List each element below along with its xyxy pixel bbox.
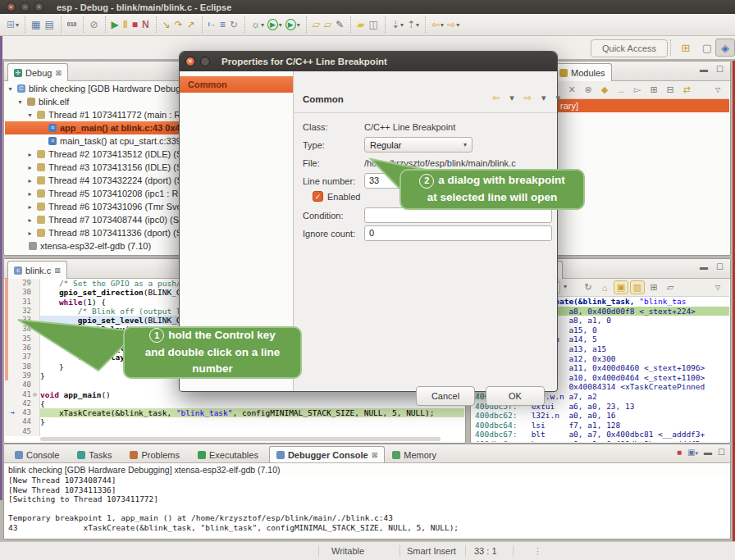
remove-all-modules[interactable]: ⊗	[581, 83, 596, 97]
next-annotation[interactable]: ⇣▾	[390, 16, 405, 33]
collapse-all[interactable]: ⊟	[663, 83, 678, 97]
line-number[interactable]: 41	[16, 390, 31, 399]
back-history[interactable]: ⇦▾	[430, 16, 445, 33]
ok-button[interactable]: OK	[486, 386, 545, 406]
tree-toggle-icon[interactable]: ▸	[26, 151, 34, 158]
new-wizard[interactable]: ⊞▾	[5, 16, 21, 33]
instruction-stepping[interactable]: i→	[207, 16, 218, 33]
quick-access-button[interactable]: Quick Access	[591, 39, 668, 57]
load-symbols-all[interactable]: →	[614, 83, 628, 97]
tree-toggle-icon[interactable]: ▾	[16, 98, 24, 106]
fold-icon[interactable]: ⊖	[31, 390, 39, 399]
remove-module[interactable]: ✕	[564, 83, 579, 97]
step-over[interactable]: ↷	[173, 16, 185, 33]
back-arrow-icon[interactable]: ⇦	[492, 93, 500, 103]
line-number[interactable]: 44	[16, 417, 31, 426]
run[interactable]: ▶▾	[266, 16, 284, 33]
line-number[interactable]: 43	[16, 408, 31, 417]
line-number[interactable]: 42	[16, 399, 31, 408]
tab-blink-c[interactable]: c blink.c ⊠	[7, 261, 67, 279]
dropdown-arrow-icon[interactable]: ▾	[261, 21, 264, 29]
perspective-debug-button[interactable]: ◈	[715, 39, 735, 57]
dropdown-arrow-icon[interactable]: ▾	[279, 21, 282, 29]
toggle-block[interactable]: ◫	[368, 16, 381, 33]
minimize-view-icon[interactable]: ▬	[700, 65, 708, 74]
open-folder[interactable]: ▱	[322, 16, 334, 33]
tree-toggle-icon[interactable]: ▸	[26, 230, 34, 237]
code-line[interactable]: → 43 xTaskCreate(&blink_task, "blink_tas…	[5, 408, 464, 417]
editor-gutter[interactable]: 31	[5, 298, 40, 307]
view-menu-icon[interactable]: ▽	[710, 280, 725, 294]
editor-gutter[interactable]: 44	[5, 417, 40, 426]
tree-toggle-icon[interactable]: ▾	[26, 112, 34, 119]
expand-all[interactable]: ⊞	[646, 83, 661, 97]
code-line[interactable]: 45	[5, 427, 464, 436]
disassembly-line[interactable]: 400dbc6a: bnone a0, a1, 0x400dbc9b <__ad…	[475, 439, 729, 442]
console-tab[interactable]: Problems	[122, 446, 189, 462]
editor-gutter[interactable]: 30	[5, 288, 40, 297]
editor-gutter[interactable]: 29	[5, 279, 40, 288]
open-task-folder[interactable]: ▱	[311, 16, 322, 33]
forward-arrow-icon[interactable]: ⇨	[524, 93, 532, 103]
run-configurations[interactable]: ▶▾	[284, 16, 302, 33]
mark-occurrences[interactable]: ▰	[355, 16, 367, 33]
perspective-cpp-button[interactable]: ▢	[697, 39, 717, 57]
editor-gutter[interactable]: 41 ⊖	[5, 390, 40, 399]
sidebar-item-common[interactable]: Common	[180, 76, 293, 93]
code-line[interactable]: 42 {	[5, 399, 464, 408]
console-tab[interactable]: Tasks	[70, 446, 122, 462]
terminate-console[interactable]: ■	[677, 447, 682, 457]
enabled-checkbox[interactable]: ✓	[313, 191, 323, 202]
home[interactable]: ⌂	[597, 280, 612, 294]
step-into[interactable]: ↘	[161, 16, 173, 33]
code-line[interactable]: 44 }	[5, 417, 464, 426]
type-dropdown[interactable]: Regular ▾	[364, 137, 472, 153]
ignore-count-input[interactable]: 0	[364, 225, 552, 241]
use-step-filters[interactable]: ≡	[218, 16, 228, 33]
show-source[interactable]: ▥	[630, 280, 645, 294]
restart[interactable]: ↻	[228, 16, 240, 33]
forward-history[interactable]: ⇨▾	[445, 16, 461, 33]
suspend[interactable]: ‖	[121, 16, 130, 33]
dialog-close-button[interactable]: ✕	[185, 57, 195, 66]
save-all[interactable]: ▤	[43, 16, 56, 33]
fold-icon[interactable]	[31, 298, 39, 307]
select-arrow[interactable]: ▻	[630, 83, 645, 97]
back-menu-icon[interactable]: ▾	[509, 93, 514, 103]
location-dropdown-icon[interactable]: ▾	[564, 283, 567, 290]
close-icon[interactable]: ⊠	[55, 69, 62, 77]
maximize-view-icon[interactable]: ☐	[716, 65, 724, 74]
minimize-view[interactable]: ▬	[704, 447, 712, 457]
tab-modules[interactable]: Modules	[553, 63, 612, 81]
maximize-view-icon[interactable]: ☐	[716, 262, 724, 271]
fold-icon[interactable]	[31, 399, 39, 408]
resume[interactable]: ▶	[110, 16, 121, 33]
tree-toggle-icon[interactable]: ▸	[26, 216, 34, 224]
refresh[interactable]: ↻	[581, 280, 596, 294]
view-menu-icon[interactable]: ▾	[556, 93, 561, 103]
fold-icon[interactable]	[31, 408, 39, 417]
statusbar-grip[interactable]: ⋮	[533, 546, 542, 557]
editor-gutter[interactable]: → 43	[5, 408, 40, 417]
close-icon[interactable]: ⊠	[372, 451, 378, 459]
line-number[interactable]: 31	[16, 298, 31, 307]
link-with-debug[interactable]: ⇄	[679, 83, 694, 97]
disconnect[interactable]: N	[140, 16, 152, 33]
disassembly-line[interactable]: 400dbc62: l32i.n a0, a0, 16	[475, 411, 729, 421]
debug[interactable]: ☼▾	[249, 16, 266, 33]
tree-toggle-icon[interactable]: ▸	[26, 164, 34, 171]
horizontal-scrollbar[interactable]	[40, 437, 441, 441]
binary-build[interactable]: 010	[66, 16, 80, 33]
maximize-view[interactable]: ☐	[718, 447, 725, 457]
pin-view[interactable]: ▱	[663, 280, 678, 294]
dropdown-arrow-icon[interactable]: ▾	[400, 21, 404, 29]
dropdown-arrow-icon[interactable]: ▾	[441, 21, 444, 29]
dropdown-arrow-icon[interactable]: ▾	[16, 21, 19, 29]
fold-icon[interactable]	[31, 427, 39, 436]
fold-icon[interactable]	[31, 417, 39, 426]
console-tab[interactable]: Debugger Console ⊠	[269, 446, 385, 462]
disassembly-line[interactable]: 400dbc64: lsi f7, a1, 128	[475, 421, 729, 430]
dropdown-arrow-icon[interactable]: ▾	[297, 21, 300, 29]
open-new-view[interactable]: ⊞	[646, 280, 661, 294]
tree-toggle-icon[interactable]: ▾	[7, 85, 14, 93]
